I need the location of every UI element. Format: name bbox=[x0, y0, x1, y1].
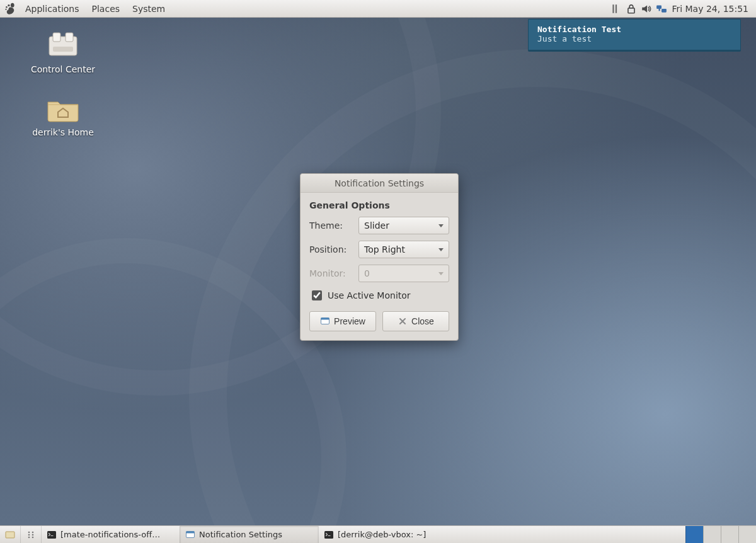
monitor-label: Monitor: bbox=[309, 268, 353, 278]
desktop-icon-home[interactable]: derrik's Home bbox=[25, 93, 101, 137]
svg-point-17 bbox=[28, 531, 30, 533]
svg-point-2 bbox=[6, 6, 8, 8]
control-center-icon bbox=[45, 30, 81, 60]
close-icon bbox=[398, 316, 408, 326]
dialog-titlebar[interactable]: Notification Settings bbox=[301, 174, 458, 193]
show-desktop-button[interactable] bbox=[0, 526, 20, 543]
svg-point-0 bbox=[11, 3, 14, 7]
taskbar-item-label: [mate-notifications-off… bbox=[60, 530, 160, 539]
desktop-icon-label: derrik's Home bbox=[25, 127, 101, 137]
svg-rect-12 bbox=[66, 33, 73, 42]
position-value: Top Right bbox=[364, 244, 405, 254]
svg-point-22 bbox=[32, 536, 34, 538]
svg-point-3 bbox=[5, 8, 6, 9]
use-active-monitor-checkbox[interactable] bbox=[312, 290, 322, 300]
svg-point-21 bbox=[28, 536, 30, 538]
clock[interactable]: Fri May 24, 15:51 bbox=[669, 4, 753, 14]
home-folder-icon bbox=[45, 93, 81, 123]
preview-button-label: Preview bbox=[334, 316, 365, 326]
desktop-icon-control-center[interactable]: Control Center bbox=[25, 30, 101, 74]
workspace-2[interactable] bbox=[703, 526, 721, 543]
use-active-monitor-label: Use Active Monitor bbox=[328, 290, 411, 300]
svg-rect-7 bbox=[657, 5, 662, 9]
show-desktop-icon bbox=[5, 530, 15, 540]
lock-icon[interactable] bbox=[626, 3, 637, 14]
taskbar-item-notification-settings[interactable]: Notification Settings bbox=[180, 526, 318, 543]
preview-icon bbox=[320, 316, 330, 326]
notification-settings-dialog: Notification Settings General Options Th… bbox=[300, 173, 459, 341]
svg-rect-26 bbox=[324, 531, 333, 539]
theme-combobox[interactable]: Slider bbox=[358, 217, 449, 234]
svg-rect-6 bbox=[628, 8, 634, 13]
svg-rect-4 bbox=[613, 4, 614, 13]
preferences-icon bbox=[185, 530, 195, 540]
terminal-icon bbox=[47, 530, 57, 540]
taskbar-item-label: Notification Settings bbox=[199, 530, 282, 539]
volume-icon[interactable] bbox=[641, 3, 652, 14]
theme-value: Slider bbox=[364, 220, 389, 231]
svg-rect-15 bbox=[321, 318, 329, 320]
chevron-down-icon bbox=[438, 248, 444, 251]
grip-icon bbox=[26, 530, 36, 540]
svg-point-18 bbox=[32, 531, 34, 533]
section-heading: General Options bbox=[309, 200, 449, 210]
taskbar-item-label: [derrik@deb-vbox: ~] bbox=[338, 530, 426, 539]
svg-point-19 bbox=[28, 534, 30, 535]
workspace-switcher bbox=[685, 526, 756, 543]
svg-rect-16 bbox=[6, 532, 14, 538]
close-button[interactable]: Close bbox=[382, 311, 449, 331]
chevron-down-icon bbox=[438, 272, 444, 275]
menu-applications[interactable]: Applications bbox=[19, 4, 86, 14]
network-icon[interactable] bbox=[656, 3, 667, 14]
monitor-value: 0 bbox=[364, 268, 370, 278]
top-panel: Applications Places System Fri May 24, 1… bbox=[0, 0, 756, 18]
window-list-handle[interactable] bbox=[20, 526, 41, 543]
svg-rect-8 bbox=[662, 9, 667, 13]
position-combobox[interactable]: Top Right bbox=[358, 241, 449, 258]
menu-system[interactable]: System bbox=[126, 4, 171, 14]
workspace-1[interactable] bbox=[685, 526, 703, 543]
svg-rect-25 bbox=[186, 531, 195, 533]
bottom-panel: [mate-notifications-off… Notification Se… bbox=[0, 525, 756, 543]
svg-rect-13 bbox=[53, 47, 73, 52]
svg-rect-5 bbox=[616, 4, 617, 13]
svg-rect-11 bbox=[53, 33, 60, 42]
dialog-title: Notification Settings bbox=[335, 178, 424, 188]
close-button-label: Close bbox=[411, 316, 434, 326]
chevron-down-icon bbox=[438, 224, 444, 227]
taskbar-item-terminal1[interactable]: [mate-notifications-off… bbox=[41, 526, 180, 543]
notification-toast[interactable]: Notification Test Just a test bbox=[528, 19, 741, 52]
gnome-logo-icon bbox=[4, 3, 16, 15]
tray-separator-icon bbox=[610, 3, 622, 14]
notification-body: Just a test bbox=[537, 34, 731, 43]
theme-label: Theme: bbox=[309, 220, 353, 231]
terminal-icon bbox=[324, 530, 334, 540]
menu-places[interactable]: Places bbox=[86, 4, 127, 14]
svg-rect-9 bbox=[659, 9, 660, 11]
taskbar-item-terminal2[interactable]: [derrik@deb-vbox: ~] bbox=[318, 526, 457, 543]
svg-rect-23 bbox=[47, 531, 56, 539]
position-label: Position: bbox=[309, 244, 353, 254]
monitor-combobox: 0 bbox=[358, 265, 449, 282]
svg-point-1 bbox=[8, 4, 9, 6]
workspace-3[interactable] bbox=[721, 526, 738, 543]
workspace-4[interactable] bbox=[738, 526, 756, 543]
notification-title: Notification Test bbox=[537, 25, 731, 34]
preview-button[interactable]: Preview bbox=[309, 311, 376, 331]
desktop-icon-label: Control Center bbox=[25, 64, 101, 74]
svg-point-20 bbox=[32, 534, 34, 535]
